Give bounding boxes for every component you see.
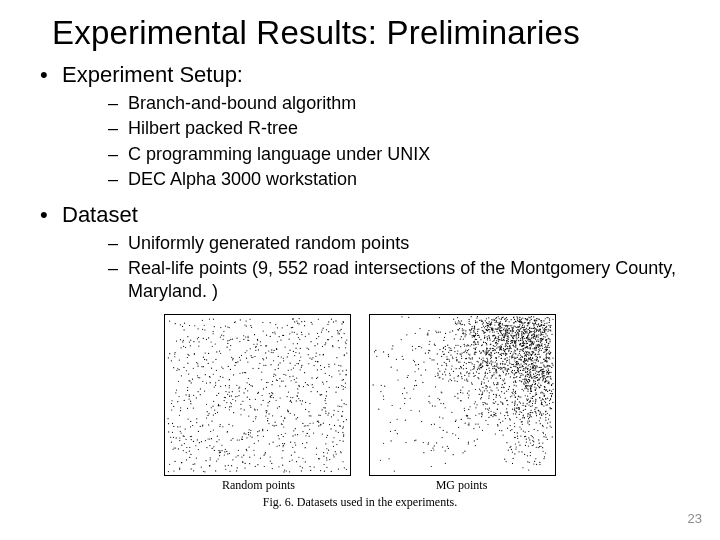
svg-point-835 <box>338 340 339 341</box>
svg-point-2714 <box>545 452 546 453</box>
svg-point-468 <box>205 352 206 353</box>
svg-point-172 <box>235 396 236 397</box>
svg-point-561 <box>287 324 288 325</box>
svg-point-1190 <box>531 340 532 341</box>
svg-point-2432 <box>463 338 464 339</box>
svg-point-2217 <box>450 374 451 375</box>
svg-point-650 <box>258 349 259 350</box>
svg-point-1555 <box>537 339 538 340</box>
svg-point-970 <box>547 330 548 331</box>
svg-point-2177 <box>470 358 471 359</box>
svg-point-1324 <box>520 354 521 355</box>
svg-point-513 <box>202 319 203 320</box>
svg-point-438 <box>229 406 230 407</box>
svg-point-2193 <box>469 357 470 358</box>
svg-point-2493 <box>484 332 485 333</box>
svg-point-2639 <box>459 361 460 362</box>
svg-point-46 <box>244 324 245 325</box>
svg-point-2804 <box>402 355 403 356</box>
svg-point-1091 <box>541 321 542 322</box>
svg-point-643 <box>250 406 251 407</box>
svg-point-1144 <box>544 351 545 352</box>
svg-point-2807 <box>415 364 416 365</box>
svg-point-889 <box>289 401 290 402</box>
svg-point-2642 <box>445 349 446 350</box>
svg-point-948 <box>545 336 546 337</box>
svg-point-1613 <box>496 394 497 395</box>
svg-point-1654 <box>505 334 506 335</box>
svg-point-762 <box>299 352 300 353</box>
svg-point-202 <box>189 325 190 326</box>
svg-point-2497 <box>474 325 475 326</box>
svg-point-812 <box>250 432 251 433</box>
svg-point-2112 <box>472 358 473 359</box>
svg-point-2427 <box>510 334 511 335</box>
svg-point-2323 <box>545 419 546 420</box>
svg-point-2462 <box>457 322 458 323</box>
svg-point-2384 <box>506 408 507 409</box>
svg-point-2520 <box>499 394 500 395</box>
svg-point-407 <box>259 430 260 431</box>
svg-point-780 <box>261 371 262 372</box>
svg-point-2291 <box>522 423 523 424</box>
svg-point-1250 <box>518 326 519 327</box>
svg-point-2429 <box>458 329 459 330</box>
svg-point-2512 <box>469 406 470 407</box>
svg-point-2938 <box>435 330 436 331</box>
svg-point-126 <box>303 386 304 387</box>
svg-point-784 <box>238 395 239 396</box>
svg-point-2333 <box>519 414 520 415</box>
svg-point-2353 <box>520 402 521 403</box>
svg-point-122 <box>321 331 322 332</box>
svg-point-1071 <box>538 341 539 342</box>
svg-point-103 <box>244 372 245 373</box>
svg-point-1730 <box>501 332 502 333</box>
svg-point-2894 <box>468 422 469 423</box>
svg-point-1621 <box>532 370 533 371</box>
svg-point-2857 <box>465 422 466 423</box>
svg-point-1713 <box>476 317 477 318</box>
svg-point-104 <box>298 398 299 399</box>
svg-point-2134 <box>467 371 468 372</box>
svg-point-591 <box>269 393 270 394</box>
svg-point-622 <box>338 370 339 371</box>
svg-point-2103 <box>493 382 494 383</box>
svg-point-2484 <box>481 321 482 322</box>
svg-point-2882 <box>477 423 478 424</box>
svg-point-1905 <box>537 380 538 381</box>
svg-point-291 <box>215 343 216 344</box>
svg-point-1848 <box>550 372 551 373</box>
svg-point-2808 <box>413 359 414 360</box>
svg-point-357 <box>301 334 302 335</box>
svg-point-483 <box>328 412 329 413</box>
svg-point-1215 <box>538 344 539 345</box>
svg-point-515 <box>325 400 326 401</box>
svg-point-2542 <box>493 411 494 412</box>
svg-point-795 <box>214 326 215 327</box>
svg-point-2038 <box>545 377 546 378</box>
svg-point-552 <box>208 413 209 414</box>
svg-point-2442 <box>470 345 471 346</box>
svg-point-2457 <box>469 354 470 355</box>
svg-point-2770 <box>527 455 528 456</box>
svg-point-531 <box>263 435 264 436</box>
svg-point-1993 <box>525 382 526 383</box>
svg-point-779 <box>345 374 346 375</box>
svg-point-1089 <box>546 354 547 355</box>
svg-point-2100 <box>477 369 478 370</box>
svg-point-2366 <box>532 403 533 404</box>
svg-point-2197 <box>487 372 488 373</box>
svg-point-1217 <box>528 323 529 324</box>
svg-point-1933 <box>546 361 547 362</box>
svg-point-247 <box>230 345 231 346</box>
svg-point-474 <box>339 405 340 406</box>
svg-point-2047 <box>543 378 544 379</box>
svg-point-1420 <box>537 353 538 354</box>
svg-point-430 <box>180 407 181 408</box>
svg-point-885 <box>204 359 205 360</box>
svg-point-2567 <box>507 415 508 416</box>
svg-point-2846 <box>485 388 486 389</box>
svg-point-625 <box>240 414 241 415</box>
svg-point-2128 <box>485 371 486 372</box>
svg-point-225 <box>177 368 178 369</box>
